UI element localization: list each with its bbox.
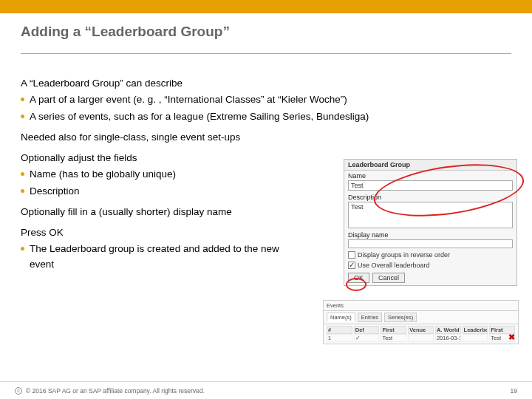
displayname-input[interactable] [348,239,513,248]
table-header: # Def First Venue A. World Ct. Leaderboa… [327,326,515,334]
bullet-text: A series of events, such as for a league… [30,109,369,124]
footer: c © 2016 SAP AG or an SAP affiliate comp… [0,381,532,399]
cell: 2016-03-14 – 2016-0… [435,334,461,342]
bullet-icon [21,172,24,176]
events-header: Events [324,301,518,311]
col: A. World Ct. [435,326,461,334]
copyright-text: © 2016 SAP AG or an SAP affiliate compan… [26,387,205,395]
description-label: Description [348,194,513,201]
bullet-text: The Leaderboard group is created and add… [30,242,287,272]
brand-top-bar [0,0,532,13]
col: Venue [408,326,434,334]
tab-series[interactable]: Series(es) [384,313,417,322]
bullet-icon [21,247,24,250]
delete-icon[interactable]: ✖ [508,332,515,342]
events-panel: Events Name(s) Entries Series(es) # Def … [323,300,519,344]
displayname-label: Display name [348,231,513,239]
reverse-order-checkbox[interactable] [348,251,355,259]
press-ok-line: Press OK [21,225,287,240]
cell [408,334,434,342]
col: Def [354,326,380,334]
bullet-item: A part of a larger event (e. g. , “Inter… [21,92,511,107]
name-input[interactable]: Test [348,180,513,191]
copyright: c © 2016 SAP AG or an SAP affiliate comp… [15,387,205,395]
adjust-line: Optionally adjust the fields [21,151,287,166]
dialog-title: Leaderboard Group [344,160,516,171]
col: # [327,326,352,334]
description-input[interactable]: Test [348,202,513,228]
bullet-icon [21,115,24,118]
displayname-line: Optionally fill in a (usually shorter) d… [21,205,287,219]
copyright-icon: c [15,387,22,395]
divider [21,53,511,54]
events-tabs: Name(s) Entries Series(es) [324,311,518,324]
bullet-item: A series of events, such as for a league… [21,109,511,124]
overall-leaderboard-label: Use Overall leaderboard [358,262,430,269]
col: First [381,326,406,334]
tab-names[interactable]: Name(s) [327,313,355,322]
bullet-text: Name (has to be globally unique) [30,167,176,182]
cancel-button[interactable]: Cancel [372,273,405,283]
name-label: Name [348,172,513,180]
bullet-text: A part of a larger event (e. g. , “Inter… [30,92,347,107]
bullet-icon [21,98,24,101]
bullet-item: Description [21,184,287,199]
page-title: Adding a “Leaderboard Group” [21,24,511,40]
bullet-text: Description [30,184,80,199]
bullet-icon [21,189,24,193]
events-table: # Def First Venue A. World Ct. Leaderboa… [324,324,518,344]
col: Leaderboard group [463,326,488,334]
bullet-item: The Leaderboard group is created and add… [21,242,287,272]
ok-button[interactable]: OK [348,273,369,283]
leaderboard-group-dialog: Leaderboard Group Name Test Description … [344,159,517,286]
reverse-order-label: Display groups in reverse order [358,251,450,259]
cell: 1 [327,334,352,342]
intro-line: A “Leaderboard Group” can describe [21,76,511,91]
cell: Test [381,334,406,342]
tab-entries[interactable]: Entries [358,313,382,322]
table-row: 1 ✓ Test 2016-03-14 – 2016-0… Test [327,334,515,342]
cell: ✓ [354,334,380,342]
page-number: 19 [511,387,517,395]
overall-leaderboard-checkbox[interactable] [348,262,355,269]
cell [463,334,488,342]
bullet-item: Name (has to be globally unique) [21,167,287,182]
needed-line: Needed also for single-class, single eve… [21,130,511,145]
